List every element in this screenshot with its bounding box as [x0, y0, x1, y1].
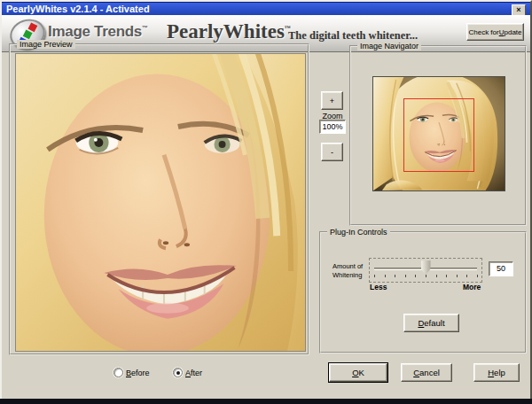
plugin-controls-label: Plug-In Controls — [327, 228, 390, 237]
image-navigator-label: Image Navigator — [357, 42, 421, 50]
image-preview-canvas[interactable] — [15, 53, 306, 352]
cancel-button[interactable]: Cancel — [401, 363, 452, 382]
after-radio[interactable] — [173, 368, 183, 377]
before-radio-label[interactable]: Before — [126, 369, 150, 377]
help-button[interactable]: Help — [473, 363, 520, 382]
plus-icon: + — [330, 97, 334, 105]
less-label: Less — [370, 283, 387, 291]
preview-photo-image — [16, 54, 305, 351]
image-preview-group: Image Preview — [9, 43, 309, 355]
check-for-update-button[interactable]: Check for Update — [466, 23, 524, 41]
image-navigator-group: Image Navigator — [349, 45, 527, 226]
zoom-out-button[interactable]: - — [321, 143, 343, 161]
before-radio[interactable] — [113, 368, 123, 377]
plugin-controls-group: Plug-In Controls Amount of Whitening Les… — [319, 231, 527, 354]
amount-of-whitening-label: Amount of Whitening — [332, 262, 363, 279]
window-title: PearlyWhites v2.1.4 - Activated — [6, 4, 150, 14]
minus-icon: - — [331, 148, 333, 157]
after-radio-label[interactable]: After — [185, 369, 202, 377]
ok-button[interactable]: OK — [329, 363, 387, 382]
image-preview-label: Image Preview — [17, 40, 75, 49]
product-tagline: The digital teeth whitener... — [288, 29, 418, 43]
close-icon: × — [516, 5, 520, 14]
brand-name: Image Trends™ — [48, 23, 148, 41]
screen-edge-strip — [0, 399, 532, 404]
more-label: More — [463, 283, 481, 291]
navigator-thumbnail[interactable] — [372, 76, 505, 191]
zoom-level-field[interactable]: 100% — [319, 120, 346, 134]
product-name: PearlyWhites™ — [167, 20, 291, 43]
default-button[interactable]: Default — [403, 314, 459, 332]
title-bar[interactable]: PearlyWhites v2.1.4 - Activated × — [2, 2, 530, 15]
app-window: PearlyWhites v2.1.4 - Activated × Image … — [0, 0, 532, 404]
zoom-in-button[interactable]: + — [321, 91, 343, 110]
slider-ticks — [374, 275, 477, 278]
whitening-value-field[interactable]: 50 — [489, 261, 513, 276]
navigator-view-rectangle[interactable] — [403, 98, 474, 172]
